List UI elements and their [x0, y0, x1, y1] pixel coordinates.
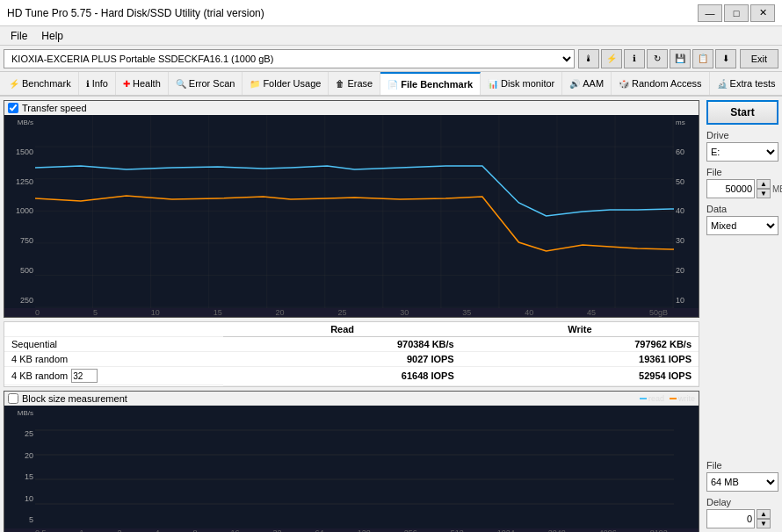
row-label-4kb-queue: 4 KB random	[11, 370, 68, 381]
extra-icon: 🔬	[717, 79, 728, 89]
col-read-header: Read	[223, 322, 460, 337]
main-content: Transfer speed MB/s 1500 1250 1000 750 5…	[0, 97, 782, 532]
copy-icon-btn[interactable]: 📋	[692, 49, 713, 68]
block-chart-title: Block size measurement	[22, 393, 127, 404]
file-control: File 50000 ▲ ▼ MB	[706, 167, 778, 198]
file-spin-up[interactable]: ▲	[757, 179, 771, 189]
window-controls: — □ ✕	[698, 4, 775, 22]
right-panel: Start Drive C:D:E:F: File 50000 ▲ ▼ MB D…	[703, 97, 782, 532]
drive-icon-group: 🌡 ⚡ ℹ ↻ 💾 📋 ⬇	[578, 49, 736, 68]
4kb-queue-read: 61648 IOPS	[223, 367, 460, 386]
4kb-write: 19361 IOPS	[461, 352, 699, 367]
block-chart-inner: MB/s 25 20 15 10 5	[4, 406, 699, 528]
tab-randomaccess[interactable]: 🎲 Random Access	[612, 72, 709, 95]
queue-depth-input[interactable]: 32	[71, 369, 98, 383]
results-table: Read Write Sequential 970384 KB/s 797962…	[4, 321, 699, 387]
chart-title-label: Transfer speed	[22, 103, 87, 113]
tab-benchmark[interactable]: ⚡ Benchmark	[2, 72, 79, 95]
sequential-read: 970384 KB/s	[223, 337, 460, 352]
tab-bar: ⚡ Benchmark ℹ Info ✚ Health 🔍 Error Scan…	[0, 72, 782, 97]
drive-bar: KIOXIA-EXCERIA PLUS Portable SSDECKFA16.…	[0, 46, 782, 72]
block-chart-svg	[35, 406, 674, 528]
block-controls: File 64 MB128 MB256 MB512 MB Delay 0 ▲ ▼	[706, 460, 778, 528]
health-icon: ✚	[123, 79, 130, 89]
col-label	[4, 322, 223, 337]
y-axis-left: MB/s 1500 1250 1000 750 500 250	[4, 115, 35, 308]
transfer-speed-checkbox[interactable]	[8, 103, 18, 113]
file-control-label: File	[706, 167, 778, 177]
chart-title-area: Transfer speed	[4, 101, 699, 115]
drive-control: Drive C:D:E:F:	[706, 130, 778, 162]
y-label-mbs: MB/s	[6, 119, 33, 126]
drive-selector[interactable]: KIOXIA-EXCERIA PLUS Portable SSDECKFA16.…	[4, 49, 575, 68]
4kb-read: 9027 IOPS	[223, 352, 460, 367]
row-label-4kb: 4 KB random	[4, 352, 223, 367]
info-icon-btn[interactable]: ℹ	[624, 49, 645, 68]
tab-folderusage[interactable]: 📁 Folder Usage	[243, 72, 329, 95]
block-y-label: MB/s	[6, 409, 33, 417]
save-icon-btn[interactable]: 💾	[670, 49, 691, 68]
maximize-button[interactable]: □	[724, 4, 749, 22]
tab-errorscan[interactable]: 🔍 Error Scan	[169, 72, 243, 95]
block-y-axis: MB/s 25 20 15 10 5	[4, 406, 35, 528]
close-button[interactable]: ✕	[750, 4, 775, 22]
block-y-spacer	[674, 406, 699, 528]
chart-inner: MB/s 1500 1250 1000 750 500 250 trial ve…	[4, 115, 699, 308]
info-tab-icon: ℹ	[86, 79, 90, 89]
table-row: Sequential 970384 KB/s 797962 KB/s	[4, 337, 699, 352]
erase-icon: 🗑	[336, 79, 344, 89]
chart-svg	[35, 115, 674, 308]
menu-help[interactable]: Help	[34, 28, 70, 44]
file-size-input[interactable]: 50000	[706, 179, 755, 198]
y-axis-right: ms 60 50 40 30 20 10	[674, 115, 699, 308]
legend-write: write	[670, 394, 695, 403]
legend-read: read	[640, 394, 664, 403]
4kb-queue-write: 52954 IOPS	[461, 367, 699, 386]
results-data-table: Read Write Sequential 970384 KB/s 797962…	[4, 322, 699, 386]
data-control-label: Data	[706, 204, 778, 214]
refresh-icon-btn[interactable]: ↻	[647, 49, 668, 68]
transfer-speed-chart: Transfer speed MB/s 1500 1250 1000 750 5…	[4, 100, 699, 318]
delay-spin-down[interactable]: ▼	[757, 519, 771, 528]
delay-control: Delay 0 ▲ ▼	[706, 497, 778, 528]
benchmark-icon: ⚡	[9, 79, 19, 89]
file-unit-label: MB	[772, 184, 782, 194]
temp-icon-btn[interactable]: 🌡	[578, 49, 599, 68]
block-chart-title-area: Block size measurement read write	[4, 392, 699, 406]
tab-erase[interactable]: 🗑 Erase	[329, 72, 380, 95]
file-input-group: 50000 ▲ ▼ MB	[706, 179, 778, 198]
start-button[interactable]: Start	[706, 100, 778, 125]
tab-health[interactable]: ✚ Health	[116, 72, 169, 95]
file-spin-group: ▲ ▼	[757, 179, 771, 198]
power-icon-btn[interactable]: ⚡	[601, 49, 622, 68]
delay-label: Delay	[706, 497, 778, 507]
tab-aam[interactable]: 🔊 AAM	[562, 72, 612, 95]
tab-filebenchmark[interactable]: 📄 File Benchmark	[380, 72, 481, 95]
y-label-ms: ms	[676, 119, 697, 126]
drive-control-select[interactable]: C:D:E:F:	[706, 142, 778, 162]
block-size-checkbox[interactable]	[8, 393, 18, 404]
table-row: 4 KB random 32 61648 IOPS 52954 IOPS	[4, 367, 699, 386]
tab-info[interactable]: ℹ Info	[79, 72, 116, 95]
data-control-select[interactable]: MixedRandomZero	[706, 216, 778, 235]
row-label-sequential: Sequential	[4, 337, 223, 352]
menu-file[interactable]: File	[4, 28, 34, 44]
filebench-icon: 📄	[387, 80, 398, 90]
exit-button[interactable]: Exit	[740, 49, 778, 68]
title-bar: HD Tune Pro 5.75 - Hard Disk/SSD Utility…	[0, 0, 782, 26]
file-spin-down[interactable]: ▼	[757, 189, 771, 198]
tab-extratests[interactable]: 🔬 Extra tests	[710, 72, 782, 95]
download-icon-btn[interactable]: ⬇	[715, 49, 736, 68]
legend-write-color	[670, 398, 677, 399]
aam-icon: 🔊	[569, 79, 580, 89]
delay-spin-group: ▲ ▼	[757, 509, 771, 528]
minimize-button[interactable]: —	[698, 4, 722, 22]
sequential-write: 797962 KB/s	[461, 337, 699, 352]
chart-plot-area: trial version	[35, 115, 674, 308]
window-title: HD Tune Pro 5.75 - Hard Disk/SSD Utility…	[7, 7, 264, 19]
tab-diskmonitor[interactable]: 📊 Disk monitor	[481, 72, 562, 95]
filesize-control-label: File	[706, 460, 778, 471]
delay-spin-up[interactable]: ▲	[757, 509, 771, 519]
filesize-control-select[interactable]: 64 MB128 MB256 MB512 MB	[706, 472, 778, 492]
delay-input[interactable]: 0	[706, 509, 755, 528]
